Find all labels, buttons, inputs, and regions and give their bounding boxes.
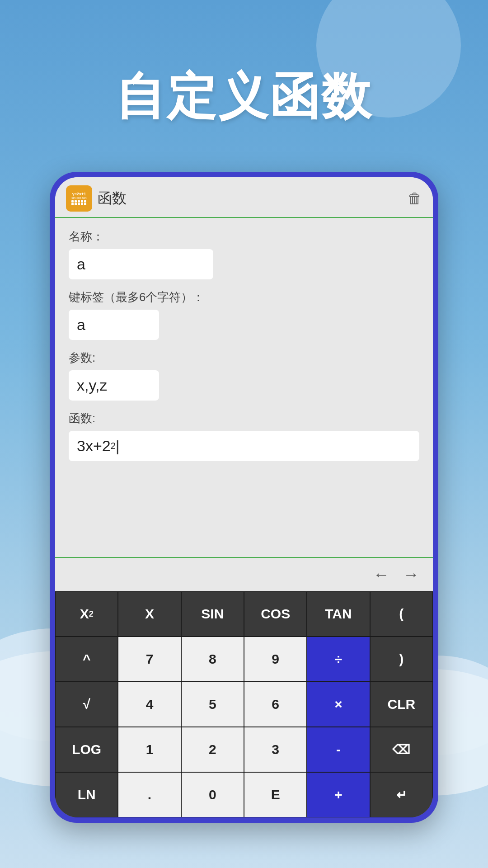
app-header-title: 函数	[98, 189, 127, 208]
app-icon-subtext: sin cos tan	[71, 196, 86, 199]
form-content: 名称： a 键标签（最多6个字符）： a 参数: x,y,z 函数: 3x+22	[55, 218, 433, 557]
key-1[interactable]: 1	[118, 727, 181, 772]
params-input[interactable]: x,y,z	[69, 370, 159, 401]
key-log[interactable]: LOG	[55, 727, 118, 772]
key-input[interactable]: a	[69, 310, 159, 340]
key-7[interactable]: 7	[118, 637, 181, 682]
key-clr[interactable]: CLR	[370, 682, 433, 727]
function-label: 函数:	[69, 410, 419, 426]
key-2[interactable]: 2	[181, 727, 244, 772]
key-tan[interactable]: TAN	[307, 591, 370, 637]
app-icon: y=2x+1 sin cos tan	[66, 185, 92, 212]
app-header-left: y=2x+1 sin cos tan 函数	[66, 185, 127, 212]
key-e[interactable]: E	[244, 772, 307, 817]
key--[interactable]: -	[307, 727, 370, 772]
arrow-row: ← →	[55, 557, 433, 591]
page-title: 自定义函数	[0, 63, 488, 131]
phone-frame: y=2x+1 sin cos tan 函数 🗑 名称： a 键标签（最多6个字符…	[50, 172, 438, 823]
key--[interactable]: ⌫	[370, 727, 433, 772]
key-0[interactable]: 0	[181, 772, 244, 817]
arrow-left-button[interactable]: ←	[373, 565, 389, 584]
key--[interactable]: ×	[307, 682, 370, 727]
keyboard-row-4: LN.0E+↵	[55, 772, 433, 817]
key-4[interactable]: 4	[118, 682, 181, 727]
key-cos[interactable]: COS	[244, 591, 307, 637]
key-5[interactable]: 5	[181, 682, 244, 727]
keyboard: X2XSINCOSTAN(^789÷)√456×CLRLOG123-⌫LN.0E…	[55, 591, 433, 817]
key-sin[interactable]: SIN	[181, 591, 244, 637]
phone-inner: y=2x+1 sin cos tan 函数 🗑 名称： a 键标签（最多6个字符…	[55, 177, 433, 817]
app-icon-grid	[71, 200, 87, 205]
app-header: y=2x+1 sin cos tan 函数 🗑	[55, 177, 433, 218]
key-8[interactable]: 8	[181, 637, 244, 682]
keyboard-row-0: X2XSINCOSTAN(	[55, 591, 433, 637]
keyboard-row-2: √456×CLR	[55, 682, 433, 727]
name-input[interactable]: a	[69, 249, 213, 279]
keyboard-row-1: ^789÷)	[55, 637, 433, 682]
key-9[interactable]: 9	[244, 637, 307, 682]
params-label: 参数:	[69, 350, 419, 366]
function-input[interactable]: 3x+22	[69, 431, 419, 461]
arrow-right-button[interactable]: →	[403, 565, 419, 584]
key--[interactable]: (	[370, 591, 433, 637]
key-label: 键标签（最多6个字符）：	[69, 289, 419, 305]
key--[interactable]: ÷	[307, 637, 370, 682]
key-ln[interactable]: LN	[55, 772, 118, 817]
keyboard-row-3: LOG123-⌫	[55, 727, 433, 772]
key--[interactable]: ↵	[370, 772, 433, 817]
key-6[interactable]: 6	[244, 682, 307, 727]
key--[interactable]: √	[55, 682, 118, 727]
name-label: 名称：	[69, 229, 419, 245]
key--[interactable]: +	[307, 772, 370, 817]
key--[interactable]: .	[118, 772, 181, 817]
key-x[interactable]: X	[118, 591, 181, 637]
key--[interactable]: ^	[55, 637, 118, 682]
app-icon-formula: y=2x+1	[72, 192, 86, 196]
key-3[interactable]: 3	[244, 727, 307, 772]
key--[interactable]: )	[370, 637, 433, 682]
trash-icon[interactable]: 🗑	[408, 190, 422, 207]
key-x-[interactable]: X2	[55, 591, 118, 637]
